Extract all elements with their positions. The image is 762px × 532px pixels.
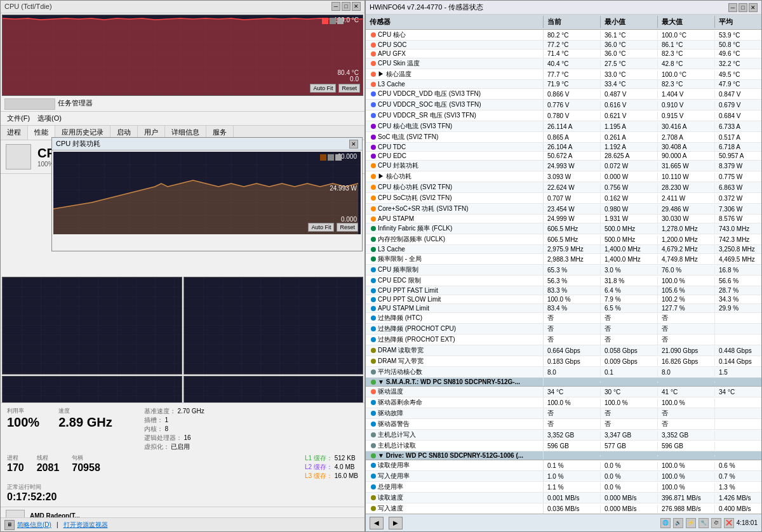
- table-row[interactable]: CPU VDDCR_SOC 电压 (SVI3 TFN)0.776 V0.616 …: [366, 100, 761, 110]
- table-scroll[interactable]: CPU 核心80.2 °C36.1 °C100.0 °C53.9 °CCPU S…: [366, 30, 761, 514]
- maximize-btn[interactable]: □: [342, 2, 351, 11]
- table-row[interactable]: 内存控制器频率 (UCLK)606.5 MHz500.0 MHz1,200.0 …: [366, 234, 761, 245]
- table-row[interactable]: 写入使用率1.0 %0.0 %100.0 %0.7 %: [366, 471, 761, 482]
- open-resource-monitor-btn[interactable]: 打开资源监视器: [64, 521, 108, 529]
- table-row[interactable]: APU GFX71.4 °C36.0 °C82.3 °C49.6 °C: [366, 50, 761, 58]
- threads-value: 16: [184, 434, 190, 441]
- pkg-reset-btn[interactable]: Reset: [337, 223, 358, 232]
- table-row[interactable]: 过热降频 (PROCHOT EXT)否否否: [366, 335, 761, 345]
- nav-right-btn[interactable]: ▶: [389, 517, 403, 529]
- table-row[interactable]: CPU 核心80.2 °C36.1 °C100.0 °C53.9 °C: [366, 30, 761, 41]
- table-row[interactable]: ▶ 核心温度77.7 °C33.0 °C100.0 °C49.5 °C: [366, 69, 761, 80]
- table-row[interactable]: APU STAPM Limit83.4 %6.5 %127.7 %29.9 %: [366, 304, 761, 313]
- table-row[interactable]: 过热降频 (HTC)否否否: [366, 313, 761, 324]
- current-cell: 2,975.9 MHz: [544, 245, 601, 253]
- max-cell: 100.0 %: [658, 483, 715, 491]
- hwinfo-controls: ─ □ ✕: [728, 3, 758, 12]
- reset-btn[interactable]: Reset: [338, 84, 360, 93]
- pkg-val-label: 0.000: [341, 216, 357, 223]
- table-row[interactable]: ▶ 核心功耗3.093 W0.000 W10.110 W0.775 W: [366, 171, 761, 182]
- current-cell: 40.4 °C: [544, 60, 601, 68]
- hwinfo-close[interactable]: ✕: [749, 3, 758, 12]
- table-row[interactable]: CPU VDDCR_VDD 电压 (SVI3 TFN)0.866 V0.487 …: [366, 89, 761, 100]
- table-row[interactable]: 平均活动核心数8.00.18.01.5: [366, 367, 761, 378]
- table-row[interactable]: CPU PPT FAST Limit83.3 %6.4 %105.6 %28.7…: [366, 286, 761, 295]
- table-row[interactable]: CPU 频率限制65.3 %3.0 %76.0 %16.8 %: [366, 265, 761, 276]
- table-row[interactable]: Core+SoC+SR 功耗 (SVI3 TFN)23.454 W0.980 W…: [366, 204, 761, 215]
- sensor-icon: [371, 102, 376, 107]
- table-row[interactable]: CPU EDC 限制56.3 %31.8 %100.0 %56.6 %: [366, 276, 761, 286]
- table-row[interactable]: 驱动器剩余寿命100.0 %100.0 %100.0 %: [366, 397, 761, 408]
- menu-file[interactable]: 文件(F): [3, 113, 34, 124]
- table-row[interactable]: CPU VDDCR_SR 电压 (SVI3 TFN)0.780 V0.621 V…: [366, 110, 761, 121]
- table-row[interactable]: L3 Cache71.9 °C33.4 °C82.3 °C47.9 °C: [366, 80, 761, 89]
- table-row[interactable]: 主机总计写入3,352 GB3,347 GB3,352 GB: [366, 430, 761, 441]
- table-row[interactable]: 主机总计读取596 GB577 GB596 GB: [366, 441, 761, 451]
- sensor-icon: [371, 369, 376, 375]
- hwinfo-maximize[interactable]: □: [739, 3, 747, 12]
- table-row[interactable]: DRAM 读取带宽0.664 Gbps0.058 Gbps21.090 Gbps…: [366, 345, 761, 356]
- table-row[interactable]: CPU 核心功耗 (SVI2 TFN)22.624 W0.756 W28.230…: [366, 182, 761, 193]
- hwinfo-window: HWiNFO64 v7.24-4770 - 传感器状态 ─ □ ✕ 传感器 当前…: [365, 0, 762, 532]
- sensor-name-cell: ▶ 核心温度: [366, 69, 544, 79]
- table-row[interactable]: 读取使用率0.1 %0.0 %100.0 %0.6 %: [366, 460, 761, 471]
- current-cell: 1.1 %: [544, 483, 601, 491]
- min-cell: 0.1: [601, 368, 658, 376]
- sensor-name-cell: 主机总计写入: [366, 430, 544, 440]
- table-row[interactable]: CPU Skin 温度40.4 °C27.5 °C42.8 °C32.2 °C: [366, 58, 761, 69]
- pkg-close-btn[interactable]: ✕: [349, 140, 358, 149]
- sensor-name-cell: CPU EDC 限制: [366, 276, 544, 286]
- table-row[interactable]: CPU SoC功耗 (SVI2 TFN)0.707 W0.162 W2.411 …: [366, 193, 761, 204]
- min-cell: 0.000 W: [601, 173, 658, 181]
- table-row[interactable]: 过热降频 (PROCHOT CPU)否否否: [366, 324, 761, 335]
- sensor-table-body: CPU 核心80.2 °C36.1 °C100.0 °C53.9 °CCPU S…: [366, 30, 761, 514]
- sensor-name-cell: CPU VDDCR_VDD 电压 (SVI3 TFN): [366, 89, 544, 99]
- max-cell: 276.988 MB/s: [658, 505, 715, 513]
- base-row: 基准速度： 2.70 GHz: [144, 407, 204, 416]
- table-row[interactable]: 驱动温度34 °C30 °C41 °C34 °C: [366, 387, 761, 397]
- simple-info-btn[interactable]: 简略信息(D): [17, 521, 51, 529]
- tab-process[interactable]: 进程: [1, 126, 28, 140]
- table-row[interactable]: L3 Cache2,975.9 MHz1,400.0 MHz4,679.2 MH…: [366, 245, 761, 254]
- pkg-autofit-btn[interactable]: Auto Fit: [308, 223, 334, 232]
- table-row[interactable]: 驱动故障否否否: [366, 408, 761, 419]
- table-header: 传感器 当前 最小值 最大值 平均: [366, 15, 761, 30]
- table-row[interactable]: CPU 核心电流 (SVI3 TFN)26.114 A1.195 A30.416…: [366, 121, 761, 132]
- handles-stat: 句柄 70958: [72, 454, 100, 481]
- sensor-name-text: 驱动器警告: [378, 420, 410, 429]
- autofit-btn[interactable]: Auto Fit: [310, 84, 336, 93]
- sensor-name-cell: APU GFX: [366, 50, 544, 58]
- cores-row: 内核： 8: [144, 425, 204, 434]
- table-row[interactable]: 写入速度0.036 MB/s0.000 MB/s276.988 MB/s0.40…: [366, 503, 761, 514]
- l1-row: L1 缓存： 512 KB: [305, 454, 358, 463]
- close-btn[interactable]: ✕: [352, 2, 361, 11]
- table-row[interactable]: ▼ Drive: WD PC SN810 SDCPNRY-512G-1006 (…: [366, 451, 761, 460]
- table-row[interactable]: SoC 电流 (SVI2 TFN)0.865 A0.261 A2.708 A0.…: [366, 132, 761, 143]
- min-cell: 100.0 %: [601, 399, 658, 407]
- table-row[interactable]: ▼ S.M.A.R.T.: WD PC SN810 SDCPNRY-512G-.…: [366, 378, 761, 387]
- max-cell: 4,749.8 MHz: [658, 255, 715, 263]
- table-row[interactable]: 读取速度0.001 MB/s0.000 MB/s396.871 MB/s1.42…: [366, 493, 761, 503]
- table-row[interactable]: CPU SOC77.2 °C36.0 °C86.1 °C50.8 °C: [366, 41, 761, 50]
- minimize-btn[interactable]: ─: [331, 2, 340, 11]
- min-cell: 否: [601, 419, 658, 429]
- table-row[interactable]: 驱动器警告否否否: [366, 419, 761, 430]
- table-row[interactable]: DRAM 写入带宽0.183 Gbps0.009 Gbps16.826 Gbps…: [366, 356, 761, 367]
- speed-stat: 速度 2.89 GHz: [58, 407, 112, 430]
- current-cell: 83.3 %: [544, 286, 601, 295]
- table-row[interactable]: CPU EDC50.672 A28.625 A90.000 A50.957 A: [366, 152, 761, 161]
- hwinfo-minimize[interactable]: ─: [728, 3, 737, 12]
- table-row[interactable]: 总使用率1.1 %0.0 %100.0 %1.3 %: [366, 482, 761, 493]
- table-row[interactable]: CPU TDC26.104 A1.192 A30.408 A6.718 A: [366, 143, 761, 152]
- table-row[interactable]: CPU PPT SLOW Limit100.0 %7.9 %100.2 %34.…: [366, 295, 761, 304]
- sensor-name-cell: DRAM 读取带宽: [366, 345, 544, 356]
- util-value: 100%: [7, 415, 39, 430]
- indicator-red: [322, 18, 328, 24]
- nav-left-btn[interactable]: ◀: [370, 517, 384, 529]
- table-row[interactable]: Infinity Fabric 频率 (FCLK)606.5 MHz500.0 …: [366, 223, 761, 234]
- avg-cell: 0.679 V: [715, 101, 761, 109]
- table-row[interactable]: CPU 封装功耗24.993 W0.072 W31.665 W8.379 W: [366, 161, 761, 171]
- table-row[interactable]: 频率限制 - 全局2,988.3 MHz1,400.0 MHz4,749.8 M…: [366, 254, 761, 265]
- table-row[interactable]: APU STAPM24.999 W1.931 W30.030 W8.576 W: [366, 215, 761, 223]
- menu-options[interactable]: 选项(O): [34, 113, 65, 124]
